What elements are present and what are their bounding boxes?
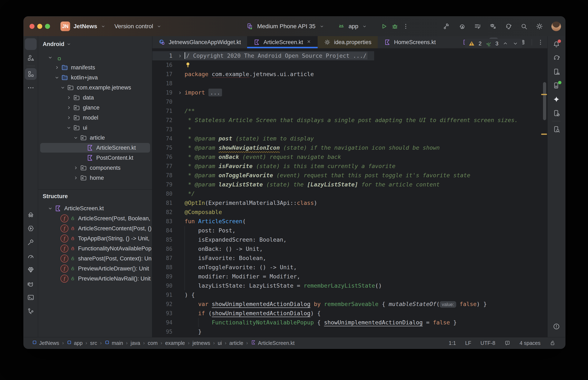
- chevron-down-icon[interactable]: [46, 206, 54, 211]
- sync-translate-icon[interactable]: [459, 23, 466, 30]
- chevron-right-icon[interactable]: [65, 95, 73, 100]
- line-number[interactable]: 94: [152, 318, 175, 327]
- problems-button[interactable]: [550, 321, 562, 332]
- breadcrumb-articlescreen-kt[interactable]: ArticleScreen.kt: [251, 340, 295, 346]
- code-line-1[interactable]: 1/ Copyright 2020 The Android Open Sourc…: [152, 51, 547, 60]
- line-number[interactable]: 82: [152, 208, 175, 217]
- line-number[interactable]: 78: [152, 171, 175, 180]
- more-actions-icon[interactable]: [402, 23, 409, 30]
- code-line-77[interactable]: 77 * @param isFavorite (state) is this i…: [152, 162, 547, 171]
- structure-item-functionalitynotavailablepop[interactable]: fFunctionalityNotAvailablePop: [38, 244, 152, 254]
- device-selector[interactable]: Medium Phone API 35: [257, 23, 316, 30]
- inspection-bubble-icon[interactable]: [505, 340, 510, 346]
- search-everywhere-icon[interactable]: [520, 23, 527, 30]
- breadcrumb-jetnews[interactable]: jetnews: [193, 340, 210, 346]
- structure-item-articlescreen-post-boolean[interactable]: fArticleScreen(Post, Boolean,: [38, 213, 152, 224]
- line-number[interactable]: 80: [152, 189, 175, 198]
- code-line-89[interactable]: 89 modifier: Modifier = Modifier,: [152, 272, 547, 281]
- scrollbar-warning-mark[interactable]: [541, 133, 547, 135]
- code-line-83[interactable]: 83fun ArticleScreen(: [152, 217, 547, 226]
- tab-homescreens-kt[interactable]: HomeScreens.kt: [378, 36, 442, 48]
- tree-item-home[interactable]: home: [38, 173, 152, 183]
- next-issue-icon[interactable]: [512, 40, 519, 47]
- resource-manager-tool-button[interactable]: [25, 52, 37, 64]
- tree-item-app[interactable]: M3.5 6.5c0-1.1.9-2 2-2h4.2l2 2.3h6.8c1.1…: [38, 53, 152, 62]
- breadcrumb-article[interactable]: article: [229, 340, 243, 346]
- line-number[interactable]: 73: [152, 125, 175, 134]
- code-line-75[interactable]: 75 * @param showNavigationIcon (state) i…: [152, 143, 547, 152]
- tree-item-components[interactable]: components: [38, 163, 152, 173]
- app-inspection-tool-button[interactable]: [25, 250, 37, 262]
- chevron-right-icon[interactable]: [72, 165, 80, 171]
- gemini-sparkle-button[interactable]: [550, 94, 562, 105]
- code-line-70[interactable]: 70: [152, 97, 547, 106]
- gradle-sync-icon[interactable]: [505, 23, 512, 30]
- status-utf-8[interactable]: UTF-8: [480, 340, 495, 346]
- code-editor[interactable]: 1/ Copyright 2020 The Android Open Sourc…: [152, 48, 547, 337]
- tree-item-ui[interactable]: ui: [38, 123, 152, 133]
- scrollbar-warning-mark[interactable]: [541, 94, 547, 95]
- fold-marker-icon[interactable]: [175, 51, 184, 60]
- line-number[interactable]: 83: [152, 217, 175, 226]
- code-line-88[interactable]: 88 onToggleFavorite: () -> Unit,: [152, 263, 547, 272]
- line-number[interactable]: 76: [152, 152, 175, 162]
- notifications-button[interactable]: [550, 38, 562, 50]
- terminal-tool-button[interactable]: [25, 292, 37, 303]
- line-number[interactable]: 71: [152, 106, 175, 115]
- tab-jetnewsglanceappwidget-kt[interactable]: JetnewsGlanceAppWidget.kt: [152, 36, 247, 48]
- project-tool-button[interactable]: M3.5 6.5c0-1.1.9-2 2-2h4.2l2 2.3h6.8c1.1…: [25, 38, 37, 50]
- line-number[interactable]: 84: [152, 226, 175, 235]
- breadcrumb-jetnews[interactable]: JetNews: [32, 340, 59, 346]
- structure-tool-button[interactable]: [25, 68, 37, 80]
- chevron-right-icon[interactable]: [72, 175, 80, 181]
- code-line-93[interactable]: 93 if (showUnimplementedActionDialog) {: [152, 309, 547, 318]
- fold-marker-icon[interactable]: [175, 88, 184, 97]
- device-explorer-button[interactable]: [550, 123, 562, 135]
- intention-bulb-icon[interactable]: [184, 62, 191, 68]
- app-quality-insights-button[interactable]: [25, 209, 37, 221]
- vcs-widget-label[interactable]: Version control: [114, 23, 153, 30]
- run-configuration-selector[interactable]: app: [349, 23, 358, 30]
- code-line-82[interactable]: 82@Composable: [152, 208, 547, 217]
- code-line-84[interactable]: 84 post: Post,: [152, 226, 547, 235]
- code-line-87[interactable]: 87 isFavorite: Boolean,: [152, 254, 547, 263]
- tab-articlescreen-kt[interactable]: ArticleScreen.kt: [247, 36, 318, 48]
- code-line-76[interactable]: 76 * @param onBack (event) request navig…: [152, 152, 547, 162]
- status-4-spaces[interactable]: 4 spaces: [520, 340, 541, 346]
- code-line-92[interactable]: 92 var showUnimplementedActionDialog by …: [152, 300, 547, 309]
- structure-item-topappbar-string-unit[interactable]: fTopAppBar(String, () -> Unit,: [38, 233, 152, 244]
- tree-item-kotlin-java[interactable]: kotlin+java: [38, 73, 152, 83]
- code-line-85[interactable]: 85 isExpandedScreen: Boolean,: [152, 235, 547, 244]
- breadcrumb-ui[interactable]: ui: [218, 340, 222, 346]
- gradle-tool-button[interactable]: [550, 52, 562, 64]
- build-hammer-icon[interactable]: [443, 23, 450, 30]
- line-number[interactable]: 72: [152, 115, 175, 125]
- inspections-widget[interactable]: 2 3: [465, 39, 522, 48]
- tree-item-manifests[interactable]: manifests: [38, 62, 152, 73]
- code-line-90[interactable]: 90 lazyListState: LazyListState = rememb…: [152, 281, 547, 290]
- close-tab-icon[interactable]: [306, 39, 311, 46]
- gemini-tool-button[interactable]: [25, 264, 37, 276]
- line-number[interactable]: 74: [152, 134, 175, 143]
- code-line-74[interactable]: 74 * @param post (state) item to display: [152, 134, 547, 143]
- run-button[interactable]: [380, 23, 387, 30]
- tree-item-postcontent-kt[interactable]: PostContent.kt: [38, 153, 152, 163]
- code-line-19[interactable]: 19import ...: [152, 88, 547, 97]
- tree-item-glance[interactable]: glance: [38, 103, 152, 113]
- code-line-95[interactable]: 95 }: [152, 327, 547, 336]
- device-mirroring-button[interactable]: [550, 107, 562, 119]
- chevron-down-icon[interactable]: [46, 55, 54, 60]
- breadcrumb-src[interactable]: src: [90, 340, 97, 346]
- more-tool-windows-button[interactable]: [25, 82, 37, 94]
- line-number[interactable]: 16: [152, 60, 175, 70]
- structure-item-articlescreen-kt[interactable]: ArticleScreen.kt: [38, 203, 152, 213]
- line-number[interactable]: 91: [152, 290, 175, 300]
- editor-scrollbar[interactable]: [543, 82, 546, 120]
- code-line-91[interactable]: 91) {: [152, 290, 547, 300]
- line-number[interactable]: 86: [152, 244, 175, 254]
- line-number[interactable]: 92: [152, 300, 175, 309]
- line-number[interactable]: 18: [152, 79, 175, 88]
- tree-item-model[interactable]: model: [38, 113, 152, 123]
- running-devices-button[interactable]: [550, 80, 562, 91]
- logcat-tool-button[interactable]: [25, 278, 37, 289]
